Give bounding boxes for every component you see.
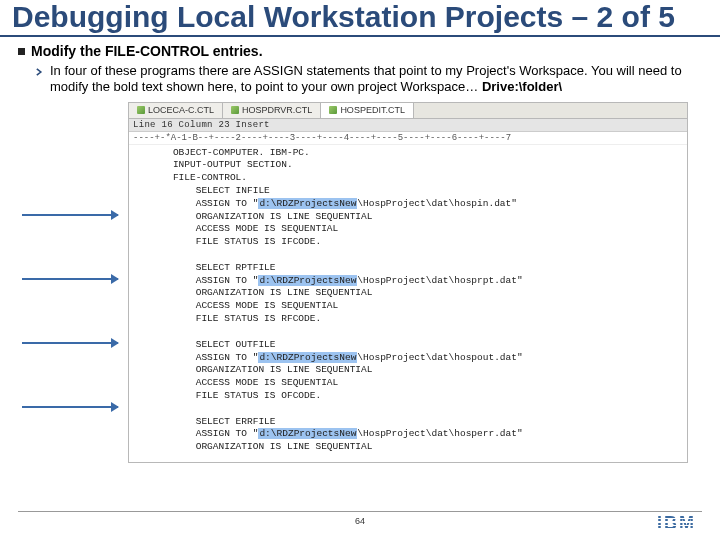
code-line: ORGANIZATION IS LINE SEQUENTIAL <box>133 287 683 300</box>
code-line-assign: ASSIGN TO "d:\RDZProjectsNew\HospProject… <box>133 352 683 365</box>
arrow-icon <box>22 278 118 280</box>
editor-ruler: ----+-*A-1-B--+----2----+----3----+----4… <box>129 132 687 145</box>
code-line: OBJECT-COMPUTER. IBM-PC. <box>133 147 683 160</box>
code-line: SELECT OUTFILE <box>133 339 683 352</box>
code-line: ORGANIZATION IS LINE SEQUENTIAL <box>133 441 683 454</box>
code-line: FILE STATUS IS OFCODE. <box>133 390 683 403</box>
code-line: FILE STATUS IS IFCODE. <box>133 236 683 249</box>
slide-title: Debugging Local Workstation Projects – 2… <box>0 0 720 37</box>
bullet-text: Modify the FILE-CONTROL entries. <box>31 43 263 59</box>
code-line: ACCESS MODE IS SEQUENTIAL <box>133 300 683 313</box>
arrow-icon <box>22 214 118 216</box>
highlighted-path: d:\RDZProjectsNew <box>258 352 357 363</box>
highlighted-path: d:\RDZProjectsNew <box>258 275 357 286</box>
code-line-assign: ASSIGN TO "d:\RDZProjectsNew\HospProject… <box>133 275 683 288</box>
page-number: 64 <box>0 516 720 526</box>
bullet-row: Modify the FILE-CONTROL entries. <box>18 43 702 59</box>
code-line: ORGANIZATION IS LINE SEQUENTIAL <box>133 364 683 377</box>
file-icon <box>329 106 337 114</box>
code-line: ACCESS MODE IS SEQUENTIAL <box>133 223 683 236</box>
footer-divider <box>18 511 702 512</box>
code-line: FILE-CONTROL. <box>133 172 683 185</box>
code-area: OBJECT-COMPUTER. IBM-PC. INPUT-OUTPUT SE… <box>129 145 687 463</box>
chevron-icon <box>36 68 44 76</box>
code-line-assign: ASSIGN TO "d:\RDZProjectsNew\HospProject… <box>133 428 683 441</box>
code-line <box>133 403 683 416</box>
code-line <box>133 249 683 262</box>
bullet-square-icon <box>18 48 25 55</box>
editor-tab[interactable]: HOSPEDIT.CTL <box>321 103 414 118</box>
sub-bullet-text: In four of these programs there are ASSI… <box>50 63 702 96</box>
code-line: ACCESS MODE IS SEQUENTIAL <box>133 377 683 390</box>
pointer-arrows <box>22 178 122 408</box>
tab-label: LOCECA-C.CTL <box>148 105 214 115</box>
code-line: FILE STATUS IS RFCODE. <box>133 313 683 326</box>
code-line: SELECT INFILE <box>133 185 683 198</box>
sub-bullet-row: In four of these programs there are ASSI… <box>36 63 702 96</box>
sub-text-bold: Drive:\folder\ <box>482 79 562 94</box>
code-line: INPUT-OUTPUT SECTION. <box>133 159 683 172</box>
arrow-icon <box>22 342 118 344</box>
tab-label: HOSPDRVR.CTL <box>242 105 312 115</box>
tab-label: HOSPEDIT.CTL <box>340 105 405 115</box>
code-line: SELECT ERRFILE <box>133 416 683 429</box>
arrow-icon <box>22 406 118 408</box>
code-line-assign: ASSIGN TO "d:\RDZProjectsNew\HospProject… <box>133 198 683 211</box>
code-line <box>133 326 683 339</box>
code-line: SELECT RPTFILE <box>133 262 683 275</box>
editor-tab[interactable]: HOSPDRVR.CTL <box>223 103 321 118</box>
ibm-logo: IBM <box>657 513 696 534</box>
code-editor: LOCECA-C.CTL HOSPDRVR.CTL HOSPEDIT.CTL L… <box>128 102 688 464</box>
editor-tab[interactable]: LOCECA-C.CTL <box>129 103 223 118</box>
highlighted-path: d:\RDZProjectsNew <box>258 198 357 209</box>
editor-status-line: Line 16 Column 23 Insert <box>129 119 687 132</box>
file-icon <box>231 106 239 114</box>
code-line: ORGANIZATION IS LINE SEQUENTIAL <box>133 211 683 224</box>
sub-text-prefix: In four of these programs there are ASSI… <box>50 63 682 94</box>
highlighted-path: d:\RDZProjectsNew <box>258 428 357 439</box>
editor-tabs: LOCECA-C.CTL HOSPDRVR.CTL HOSPEDIT.CTL <box>129 103 687 119</box>
file-icon <box>137 106 145 114</box>
